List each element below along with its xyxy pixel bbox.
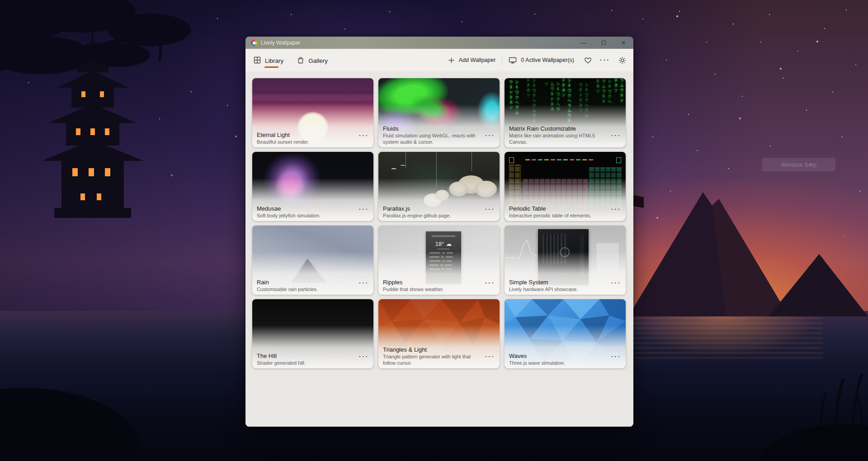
- card-medusae[interactable]: Medusae Soft body jellyfish simulation. …: [252, 152, 373, 221]
- maximize-icon: [602, 41, 606, 45]
- plus-icon: [448, 57, 455, 64]
- more-options-button[interactable]: ···: [485, 279, 495, 286]
- favorites-button[interactable]: [584, 57, 592, 64]
- tab-gallery-label: Gallery: [308, 56, 328, 64]
- library-grid-icon: [254, 56, 261, 64]
- maximize-button[interactable]: [594, 37, 613, 49]
- card-rain[interactable]: Rain Customisable rain particles. ···: [252, 226, 373, 295]
- active-tab-indicator: [264, 66, 278, 68]
- app-logo-icon: [251, 40, 257, 46]
- more-options-button[interactable]: ···: [485, 132, 495, 139]
- tab-gallery[interactable]: Gallery: [297, 49, 328, 71]
- card-the-hill[interactable]: The Hill Shader generated hill. ···: [252, 299, 373, 368]
- navbar: Library Gallery Add Wallpaper: [245, 49, 633, 71]
- card-simple-system[interactable]: Simple System Lively hardware API showca…: [505, 226, 626, 295]
- more-options-button[interactable]: ···: [359, 353, 369, 360]
- wallpaper-title: Triangles & Light: [383, 346, 481, 353]
- wallpaper-grid: Eternal Light Beautiful sunset render. ·…: [252, 78, 626, 368]
- wallpaper-title: The Hill: [257, 353, 354, 359]
- more-options-button[interactable]: ···: [359, 132, 369, 139]
- minimize-button[interactable]: —: [574, 37, 594, 49]
- heart-icon: [584, 57, 592, 64]
- card-triangles-light[interactable]: Triangles & Light Triangle pattern gener…: [378, 299, 500, 368]
- wallpaper-description: Parallax.js engine github page.: [383, 213, 481, 219]
- close-button[interactable]: ✕: [613, 37, 633, 49]
- card-eternal-light[interactable]: Eternal Light Beautiful sunset render. ·…: [252, 78, 373, 147]
- wallpaper-title: Rain: [257, 279, 354, 286]
- settings-button[interactable]: [618, 56, 626, 64]
- card-waves[interactable]: Waves Three.js wave simulation. ···: [505, 299, 626, 368]
- card-matrix-rain[interactable]: シ4ワクヘラムウ9ドチネソ シ4ワクヘラムウ9ドチネソ シ4ワクヘラムウ9ドチネ…: [505, 78, 626, 147]
- wallpaper-description: Interactive periodic table of elements.: [509, 213, 607, 219]
- desktop: Window Snip Lively Wallpaper — ✕ Library: [0, 0, 868, 461]
- more-options-button[interactable]: ···: [611, 132, 621, 139]
- more-options-button[interactable]: ···: [359, 279, 369, 286]
- more-options-button[interactable]: ···: [611, 353, 621, 360]
- wallpaper-description: Matrix like rain animation using HTML5 C…: [509, 133, 607, 145]
- wallpaper-title: Parallax.js: [383, 205, 481, 212]
- wallpaper-description: Soft body jellyfish simulation.: [257, 213, 354, 219]
- more-options-button[interactable]: ···: [611, 206, 621, 212]
- wallpaper-description: Shader generated hill.: [257, 360, 354, 367]
- nav-divider: [502, 55, 502, 65]
- add-wallpaper-label: Add Wallpaper: [459, 57, 496, 63]
- active-wallpapers-button[interactable]: 0 Active Wallpaper(s): [509, 57, 574, 64]
- wallpaper-title: Waves: [509, 353, 607, 359]
- window-snip-remnant: Window Snip: [762, 158, 835, 171]
- card-periodic-table[interactable]: Periodic Table Interactive periodic tabl…: [505, 152, 626, 221]
- wallpaper-title: Eternal Light: [257, 132, 354, 138]
- overflow-menu-button[interactable]: ···: [598, 56, 612, 64]
- wallpaper-title: Fluids: [383, 125, 481, 132]
- wallpaper-description: Lively hardware API showcase.: [509, 287, 607, 293]
- gear-icon: [618, 56, 626, 64]
- wallpaper-description: Fluid simulation using WebGL, reacts wit…: [383, 133, 481, 145]
- wallpaper-title: Ripples: [383, 279, 481, 286]
- active-wallpapers-label: 0 Active Wallpaper(s): [521, 57, 574, 63]
- wallpaper-description: Triangle pattern generator with light th…: [383, 354, 481, 366]
- more-options-button[interactable]: ···: [485, 206, 495, 212]
- library-content: Eternal Light Beautiful sunset render. ·…: [245, 71, 633, 427]
- titlebar[interactable]: Lively Wallpaper — ✕: [245, 37, 633, 49]
- tab-library-label: Library: [265, 56, 283, 64]
- wallpaper-title: Periodic Table: [509, 205, 607, 212]
- card-fluids[interactable]: Fluids Fluid simulation using WebGL, rea…: [378, 78, 500, 147]
- tab-library[interactable]: Library: [254, 49, 283, 71]
- more-options-button[interactable]: ···: [485, 353, 495, 360]
- wallpaper-description: Beautiful sunset render.: [257, 139, 354, 146]
- wallpaper-title: Simple System: [509, 279, 607, 286]
- lively-wallpaper-window: Lively Wallpaper — ✕ Library: [245, 37, 633, 427]
- wallpaper-description: Puddle that shows weather.: [383, 287, 481, 293]
- add-wallpaper-button[interactable]: Add Wallpaper: [448, 57, 496, 64]
- card-parallax[interactable]: Parallax.js Parallax.js engine github pa…: [378, 152, 500, 221]
- gallery-bag-icon: [297, 56, 304, 64]
- card-ripples[interactable]: 18° ☁ Ripples Puddle that shows weather.: [378, 226, 500, 295]
- window-title: Lively Wallpaper: [261, 40, 301, 46]
- wallpaper-title: Medusae: [257, 205, 354, 212]
- wallpaper-description: Customisable rain particles.: [257, 287, 354, 293]
- wallpaper-description: Three.js wave simulation.: [509, 360, 607, 367]
- monitor-icon: [509, 57, 517, 64]
- more-options-button[interactable]: ···: [359, 206, 369, 212]
- more-options-button[interactable]: ···: [611, 279, 621, 286]
- wallpaper-title: Matrix Rain Customizable: [509, 125, 607, 132]
